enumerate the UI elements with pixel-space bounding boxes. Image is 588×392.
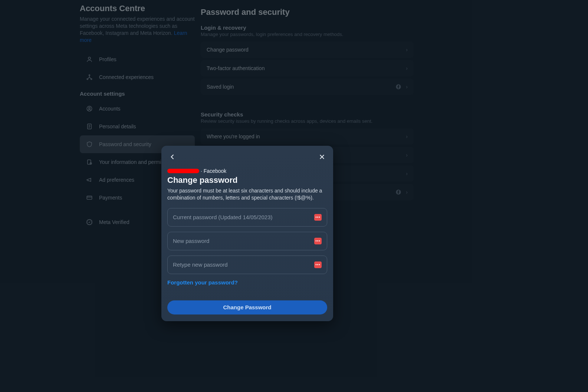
current-password-field[interactable]: •••	[167, 208, 327, 227]
retype-password-input[interactable]	[173, 261, 314, 268]
password-manager-icon[interactable]: •••	[314, 238, 322, 244]
password-manager-icon[interactable]: •••	[314, 214, 322, 221]
current-password-input[interactable]	[173, 214, 314, 220]
modal-title: Change password	[167, 175, 327, 185]
modal-account-suffix: · Facebook	[201, 168, 226, 174]
modal-account-line: · Facebook	[167, 168, 327, 174]
back-button[interactable]	[167, 152, 178, 162]
modal-description: Your password must be at least six chara…	[167, 187, 327, 201]
forgot-password-link[interactable]: Forgotten your password?	[167, 279, 238, 286]
change-password-modal: · Facebook Change password Your password…	[161, 146, 333, 321]
new-password-input[interactable]	[173, 238, 314, 244]
change-password-submit-button[interactable]: Change Password	[167, 300, 327, 314]
password-manager-icon[interactable]: •••	[314, 261, 322, 268]
redacted-name	[167, 169, 199, 173]
retype-password-field[interactable]: •••	[167, 256, 327, 274]
new-password-field[interactable]: •••	[167, 232, 327, 250]
close-button[interactable]	[317, 152, 327, 162]
